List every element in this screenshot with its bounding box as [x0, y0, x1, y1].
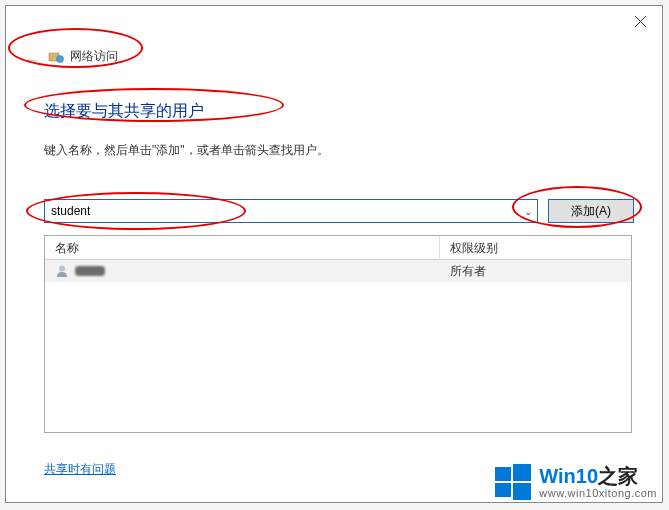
- back-arrow-icon[interactable]: ←: [24, 51, 40, 69]
- svg-rect-8: [513, 483, 531, 500]
- column-header-permission[interactable]: 权限级别: [440, 236, 631, 259]
- share-dialog-window: ← 网络访问 选择要与其共享的用户 键入名称，然后单击"添加"，或者单击箭头查找…: [5, 5, 663, 503]
- table-header: 名称 权限级别: [45, 236, 631, 260]
- network-access-icon: [48, 49, 64, 65]
- watermark-brand: Win10之家: [539, 465, 657, 487]
- column-header-name[interactable]: 名称: [45, 236, 440, 259]
- table-row[interactable]: 所有者: [45, 260, 631, 282]
- titlebar: [6, 6, 662, 36]
- user-icon: [55, 264, 69, 278]
- users-table: 名称 权限级别 所有者: [44, 235, 632, 433]
- svg-rect-6: [513, 464, 531, 481]
- content-area: 选择要与其共享的用户 键入名称，然后单击"添加"，或者单击箭头查找用户。 ⌄ 添…: [44, 101, 634, 433]
- svg-point-4: [59, 266, 65, 272]
- watermark: Win10之家 www.win10xitong.com: [495, 464, 657, 500]
- close-icon: [635, 16, 646, 27]
- breadcrumb: 网络访问: [48, 48, 118, 65]
- user-name-input[interactable]: [44, 199, 538, 223]
- add-user-row: ⌄ 添加(A): [44, 199, 634, 223]
- user-name-value: [75, 266, 105, 276]
- close-button[interactable]: [618, 6, 662, 36]
- svg-rect-5: [495, 467, 511, 481]
- breadcrumb-label: 网络访问: [70, 48, 118, 65]
- windows-logo-icon: [495, 464, 531, 500]
- page-subheading: 键入名称，然后单击"添加"，或者单击箭头查找用户。: [44, 142, 634, 159]
- add-button[interactable]: 添加(A): [548, 199, 634, 223]
- page-heading: 选择要与其共享的用户: [44, 101, 634, 122]
- watermark-url: www.win10xitong.com: [539, 487, 657, 499]
- help-link[interactable]: 共享时有问题: [44, 462, 116, 476]
- svg-point-3: [57, 55, 64, 62]
- svg-rect-7: [495, 483, 511, 497]
- permission-value: 所有者: [440, 261, 631, 282]
